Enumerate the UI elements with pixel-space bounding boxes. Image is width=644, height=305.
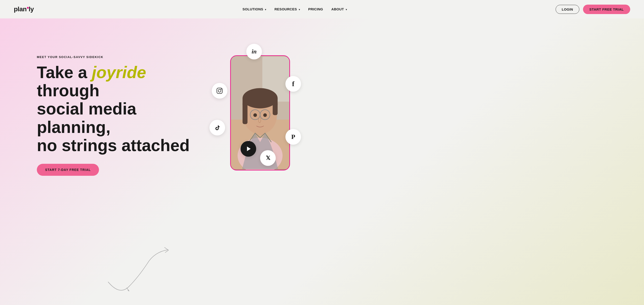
hero-content: MEET YOUR SOCIAL-SAVVY SIDEKICK Take a j… [37, 32, 193, 176]
nav-item-resources[interactable]: RESOURCES ▾ [274, 7, 300, 11]
nav-pricing-label: PRICING [308, 7, 323, 11]
login-button[interactable]: LOGIN [556, 5, 579, 14]
facebook-icon[interactable]: f [286, 76, 301, 92]
nav-actions: LOGIN START FREE TRIAL [556, 5, 630, 14]
hero-trial-button[interactable]: START 7-DAY FREE TRIAL [37, 164, 99, 176]
hero-section: MEET YOUR SOCIAL-SAVVY SIDEKICK Take a j… [0, 19, 644, 305]
facebook-symbol: f [292, 80, 294, 88]
linkedin-icon[interactable]: in [246, 44, 262, 60]
linkedin-symbol: in [252, 48, 257, 55]
headline-text-part2: throughsocial media planning,no strings … [37, 81, 190, 155]
instagram-icon[interactable] [212, 83, 228, 99]
nav-solutions-label: SOLUTIONS [242, 7, 263, 11]
headline-joyride: joyride [92, 63, 146, 82]
pinterest-icon[interactable]: P [286, 129, 301, 145]
svg-point-14 [263, 113, 267, 117]
chevron-down-icon: ▾ [299, 8, 300, 11]
tiktok-icon[interactable] [210, 120, 225, 135]
headline-text-part1: Take a [37, 63, 92, 82]
svg-rect-8 [242, 102, 248, 124]
youtube-play-symbol [247, 147, 251, 151]
nav-item-solutions[interactable]: SOLUTIONS ▾ [242, 7, 266, 11]
instagram-symbol [216, 88, 222, 94]
logo[interactable]: planly [14, 6, 34, 13]
nav-resources-label: RESOURCES [274, 7, 297, 11]
nav-item-about[interactable]: ABOUT ▾ [332, 7, 347, 11]
video-placeholder [231, 56, 289, 170]
chevron-down-icon: ▾ [265, 8, 266, 11]
pinterest-symbol: P [291, 133, 295, 141]
chevron-down-icon: ▾ [346, 8, 347, 11]
nav-about-label: ABOUT [332, 7, 344, 11]
svg-rect-7 [242, 98, 278, 105]
nav-item-pricing[interactable]: PRICING [308, 7, 323, 11]
svg-rect-9 [273, 102, 278, 115]
youtube-icon[interactable] [240, 141, 256, 157]
nav-links: SOLUTIONS ▾ RESOURCES ▾ PRICING ABOUT ▾ [242, 7, 347, 11]
hero-eyebrow: MEET YOUR SOCIAL-SAVVY SIDEKICK [37, 55, 193, 59]
svg-point-13 [254, 113, 257, 117]
person-illustration [231, 55, 289, 170]
hero-headline: Take a joyride throughsocial media plann… [37, 63, 193, 155]
x-twitter-symbol: 𝕏 [266, 155, 270, 161]
hero-visual: in f [193, 37, 304, 175]
decorative-arrow [101, 245, 175, 291]
navbar: planly SOLUTIONS ▾ RESOURCES ▾ PRICING A… [0, 0, 644, 19]
x-twitter-icon[interactable]: 𝕏 [260, 150, 276, 166]
start-free-trial-button[interactable]: START FREE TRIAL [583, 5, 630, 14]
tiktok-symbol [214, 124, 220, 131]
phone-frame [230, 55, 290, 170]
